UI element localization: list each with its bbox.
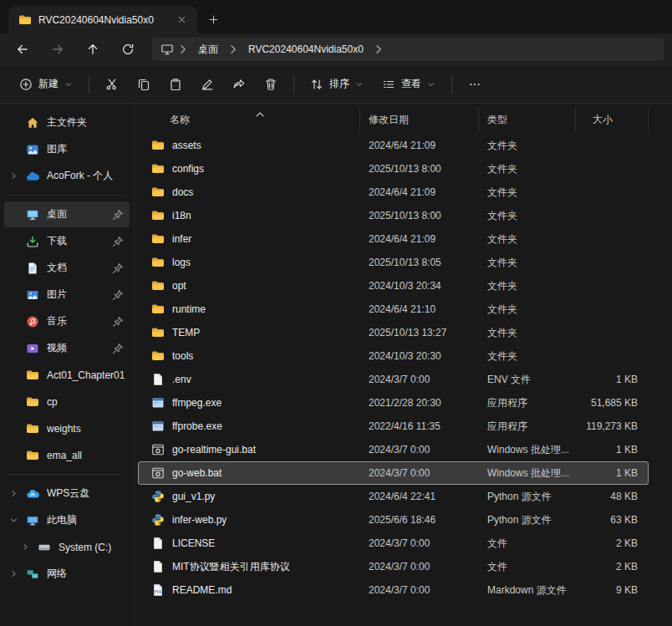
column-label-date: 修改日期 bbox=[369, 113, 409, 127]
table-row[interactable]: tools2024/10/3 20:30文件夹 bbox=[138, 344, 649, 368]
cut-button[interactable] bbox=[96, 71, 128, 98]
chevron-right-icon[interactable] bbox=[9, 170, 26, 182]
forward-button[interactable] bbox=[43, 37, 72, 62]
column-header-type[interactable]: 类型 bbox=[479, 107, 576, 132]
sort-label: 排序 bbox=[329, 77, 349, 91]
table-row[interactable]: opt2024/10/3 20:34文件夹 bbox=[138, 274, 649, 298]
sidebar-item[interactable]: 文档 bbox=[4, 255, 130, 281]
pin-icon bbox=[111, 262, 125, 275]
sort-ascending-icon bbox=[253, 108, 267, 121]
chevron-right-icon[interactable] bbox=[372, 43, 385, 56]
table-row[interactable]: .env2024/3/7 0:00ENV 文件1 KB bbox=[138, 368, 649, 391]
sidebar-item[interactable]: WPS云盘 bbox=[4, 481, 130, 506]
chevron-down-icon[interactable] bbox=[9, 515, 26, 527]
file-date: 2024/6/4 21:10 bbox=[360, 303, 479, 315]
tab-title: RVC20240604Nvidia50x0 bbox=[38, 14, 165, 26]
file-name: MIT协议暨相关引用库协议 bbox=[172, 560, 290, 574]
table-row[interactable]: docs2024/6/4 21:09文件夹 bbox=[138, 181, 649, 204]
up-button[interactable] bbox=[79, 37, 107, 62]
back-icon bbox=[16, 43, 29, 56]
sidebar-item[interactable]: weights bbox=[4, 415, 130, 441]
table-row[interactable]: README.md2024/3/7 0:00Markdown 源文件9 KB bbox=[138, 578, 649, 602]
breadcrumb-item[interactable]: RVC20240604Nvidia50x0 bbox=[242, 41, 369, 58]
sidebar-item-label: 此电脑 bbox=[47, 513, 125, 527]
sidebar-item[interactable]: 图库 bbox=[4, 136, 130, 162]
table-row[interactable]: LICENSE2024/3/7 0:00文件2 KB bbox=[138, 532, 649, 555]
sidebar-divider bbox=[7, 474, 122, 475]
table-row[interactable]: ffmpeg.exe2021/2/28 20:30应用程序51,685 KB bbox=[138, 391, 649, 415]
rename-button[interactable] bbox=[191, 71, 223, 98]
file-type: 文件夹 bbox=[479, 162, 576, 176]
chevron-right-icon[interactable] bbox=[9, 568, 26, 580]
table-row[interactable]: infer2024/6/4 21:09文件夹 bbox=[138, 227, 649, 251]
download-icon bbox=[26, 235, 39, 248]
sidebar-item[interactable]: cp bbox=[4, 389, 130, 415]
sidebar-item-label: 视频 bbox=[47, 341, 108, 355]
table-row[interactable]: TEMP2025/10/13 13:27文件夹 bbox=[138, 321, 649, 344]
file-explorer-window: RVC20240604Nvidia50x0 桌面RVC20240604Nvidi… bbox=[0, 0, 672, 626]
table-row[interactable]: logs2025/10/13 8:05文件夹 bbox=[138, 251, 649, 274]
chevron-placeholder bbox=[9, 423, 26, 435]
sidebar-item[interactable]: 图片 bbox=[4, 282, 130, 308]
column-header-name[interactable]: 名称 bbox=[138, 107, 360, 132]
file-date: 2022/4/16 11:35 bbox=[360, 420, 479, 432]
share-button[interactable] bbox=[223, 71, 255, 98]
file-name: i18n bbox=[172, 210, 191, 221]
table-row[interactable]: infer-web.py2025/6/6 18:46Python 源文件63 K… bbox=[138, 508, 649, 532]
chevron-right-icon[interactable] bbox=[21, 542, 38, 553]
table-row[interactable]: go-realtime-gui.bat2024/3/7 0:00Windows … bbox=[138, 438, 649, 461]
home-icon bbox=[26, 116, 39, 130]
explorer-tab[interactable]: RVC20240604Nvidia50x0 bbox=[8, 6, 197, 33]
sidebar-item-label: 音乐 bbox=[47, 314, 108, 328]
back-button[interactable] bbox=[8, 37, 37, 62]
column-header-size[interactable]: 大小 bbox=[576, 107, 649, 132]
copy-button[interactable] bbox=[128, 71, 160, 98]
table-row[interactable]: go-web.bat2024/3/7 0:00Windows 批处理...1 K… bbox=[138, 461, 649, 485]
chevron-right-icon[interactable] bbox=[176, 43, 190, 56]
chevron-placeholder bbox=[9, 117, 26, 129]
sidebar-item[interactable]: 主文件夹 bbox=[4, 109, 130, 135]
breadcrumb-item[interactable]: 桌面 bbox=[192, 40, 224, 59]
view-button[interactable]: 查看 bbox=[373, 71, 445, 98]
more-button[interactable] bbox=[459, 71, 491, 98]
sidebar-item[interactable]: Act01_Chapter01_ bbox=[4, 362, 130, 388]
file-name: tools bbox=[172, 350, 193, 362]
sidebar-item[interactable]: 音乐 bbox=[4, 308, 130, 334]
table-row[interactable]: gui_v1.py2024/6/4 22:41Python 源文件48 KB bbox=[138, 485, 649, 508]
desktop-icon bbox=[26, 208, 39, 221]
chevron-right-icon[interactable] bbox=[9, 488, 26, 500]
sidebar-item[interactable]: 视频 bbox=[4, 335, 130, 361]
table-row[interactable]: ffprobe.exe2022/4/16 11:35应用程序119,273 KB bbox=[138, 415, 649, 438]
chevron-right-icon[interactable] bbox=[227, 43, 240, 56]
file-icon bbox=[151, 537, 165, 550]
file-type: ENV 文件 bbox=[479, 373, 576, 387]
tab-close-button[interactable] bbox=[172, 11, 191, 29]
sort-icon bbox=[310, 78, 323, 91]
new-tab-button[interactable] bbox=[202, 8, 224, 30]
table-row[interactable]: runtime2024/6/4 21:10文件夹 bbox=[138, 298, 649, 321]
sidebar-item[interactable]: ema_all bbox=[4, 442, 130, 468]
sidebar-item[interactable]: 此电脑 bbox=[4, 507, 130, 533]
sidebar-item[interactable]: AcoFork - 个人 bbox=[4, 163, 130, 189]
sort-button[interactable]: 排序 bbox=[301, 71, 373, 98]
sidebar-item[interactable]: 桌面 bbox=[4, 201, 130, 227]
new-button[interactable]: 新建 bbox=[10, 71, 82, 98]
sidebar-item-label: Act01_Chapter01_ bbox=[47, 369, 125, 381]
table-row[interactable]: assets2024/6/4 21:09文件夹 bbox=[138, 134, 649, 157]
column-header-date[interactable]: 修改日期 bbox=[360, 107, 479, 132]
sidebar-item[interactable]: System (C:) bbox=[4, 534, 130, 560]
pin-icon bbox=[111, 208, 125, 221]
paste-button[interactable] bbox=[160, 71, 191, 98]
table-row[interactable]: i18n2025/10/13 8:00文件夹 bbox=[138, 204, 649, 227]
table-row[interactable]: configs2025/10/13 8:00文件夹 bbox=[138, 157, 649, 181]
delete-button[interactable] bbox=[255, 71, 287, 98]
sidebar-item-label: cp bbox=[47, 396, 125, 408]
table-row[interactable]: MIT协议暨相关引用库协议2024/3/7 0:00文件2 KB bbox=[138, 555, 649, 578]
monitor-icon bbox=[160, 43, 174, 56]
file-date: 2024/6/4 21:09 bbox=[360, 140, 479, 151]
file-date: 2025/6/6 18:46 bbox=[360, 514, 479, 526]
breadcrumb[interactable]: 桌面RVC20240604Nvidia50x0 bbox=[152, 38, 664, 61]
refresh-button[interactable] bbox=[114, 37, 142, 62]
sidebar-item[interactable]: 下载 bbox=[4, 228, 130, 254]
sidebar-item[interactable]: 网络 bbox=[4, 561, 130, 587]
